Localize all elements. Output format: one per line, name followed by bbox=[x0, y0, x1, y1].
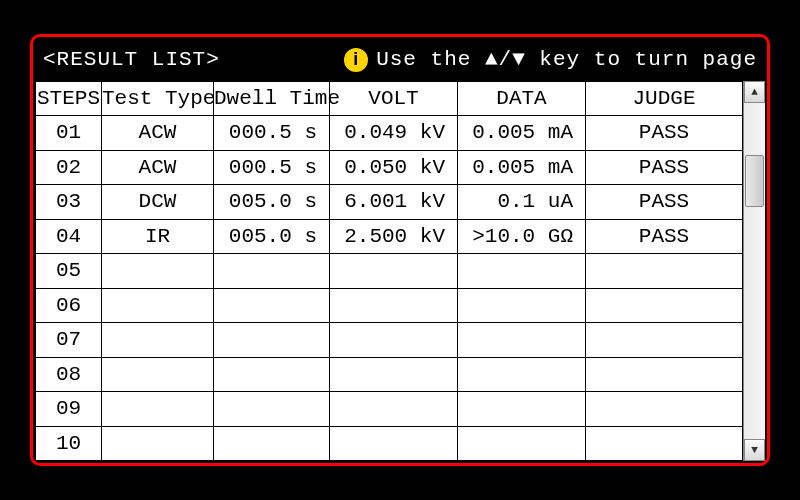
table-row[interactable]: 10 bbox=[36, 426, 743, 461]
cell-type bbox=[102, 323, 214, 358]
cell-volt bbox=[330, 288, 458, 323]
cell-step: 07 bbox=[36, 323, 102, 358]
col-volt: VOLT bbox=[330, 81, 458, 116]
scroll-up-button[interactable]: ▲ bbox=[744, 81, 765, 103]
cell-judge bbox=[586, 357, 743, 392]
body-area: STEPS Test Type Dwell Time VOLT DATA JUD… bbox=[35, 81, 765, 462]
cell-volt: 0.049 kV bbox=[330, 116, 458, 151]
cell-type: ACW bbox=[102, 150, 214, 185]
cell-type bbox=[102, 392, 214, 427]
cell-judge: PASS bbox=[586, 185, 743, 220]
cell-data bbox=[458, 392, 586, 427]
cell-data bbox=[458, 288, 586, 323]
cell-volt bbox=[330, 323, 458, 358]
cell-volt: 0.050 kV bbox=[330, 150, 458, 185]
cell-step: 03 bbox=[36, 185, 102, 220]
info-icon: i bbox=[344, 48, 368, 72]
cell-judge bbox=[586, 426, 743, 461]
cell-judge bbox=[586, 392, 743, 427]
cell-type bbox=[102, 357, 214, 392]
table-row[interactable]: 01ACW000.5 s0.049 kV0.005 mAPASS bbox=[36, 116, 743, 151]
cell-type: DCW bbox=[102, 185, 214, 220]
cell-data bbox=[458, 323, 586, 358]
cell-volt bbox=[330, 357, 458, 392]
cell-step: 06 bbox=[36, 288, 102, 323]
table-row[interactable]: 06 bbox=[36, 288, 743, 323]
cell-type bbox=[102, 426, 214, 461]
col-judge: JUDGE bbox=[586, 81, 743, 116]
cell-type: IR bbox=[102, 219, 214, 254]
col-type: Test Type bbox=[102, 81, 214, 116]
table-row[interactable]: 05 bbox=[36, 254, 743, 289]
cell-step: 01 bbox=[36, 116, 102, 151]
cell-type bbox=[102, 288, 214, 323]
cell-judge bbox=[586, 288, 743, 323]
cell-data: >10.0 GΩ bbox=[458, 219, 586, 254]
table-row[interactable]: 07 bbox=[36, 323, 743, 358]
cell-volt: 2.500 kV bbox=[330, 219, 458, 254]
cell-type: ACW bbox=[102, 116, 214, 151]
page-title: <RESULT LIST> bbox=[43, 48, 220, 71]
cell-volt bbox=[330, 254, 458, 289]
cell-step: 02 bbox=[36, 150, 102, 185]
cell-judge: PASS bbox=[586, 116, 743, 151]
col-steps: STEPS bbox=[36, 81, 102, 116]
cell-dwell bbox=[214, 357, 330, 392]
cell-dwell: 005.0 s bbox=[214, 219, 330, 254]
col-dwell: Dwell Time bbox=[214, 81, 330, 116]
table-row[interactable]: 09 bbox=[36, 392, 743, 427]
cell-volt bbox=[330, 392, 458, 427]
cell-step: 05 bbox=[36, 254, 102, 289]
result-table: STEPS Test Type Dwell Time VOLT DATA JUD… bbox=[35, 81, 743, 462]
cell-judge bbox=[586, 323, 743, 358]
table-header-row: STEPS Test Type Dwell Time VOLT DATA JUD… bbox=[36, 81, 743, 116]
cell-data bbox=[458, 357, 586, 392]
cell-data: 0.005 mA bbox=[458, 116, 586, 151]
cell-data: 0.1 uA bbox=[458, 185, 586, 220]
cell-dwell: 000.5 s bbox=[214, 116, 330, 151]
cell-step: 09 bbox=[36, 392, 102, 427]
cell-dwell bbox=[214, 392, 330, 427]
cell-data: 0.005 mA bbox=[458, 150, 586, 185]
cell-dwell bbox=[214, 254, 330, 289]
cell-volt: 6.001 kV bbox=[330, 185, 458, 220]
col-data: DATA bbox=[458, 81, 586, 116]
table-row[interactable]: 08 bbox=[36, 357, 743, 392]
cell-data bbox=[458, 254, 586, 289]
cell-dwell bbox=[214, 323, 330, 358]
cell-data bbox=[458, 426, 586, 461]
triangle-down-icon: ▼ bbox=[751, 444, 758, 456]
table-body: 01ACW000.5 s0.049 kV0.005 mAPASS02ACW000… bbox=[36, 116, 743, 461]
scroll-track[interactable] bbox=[744, 103, 765, 440]
header-bar: <RESULT LIST> i Use the ▲/▼ key to turn … bbox=[35, 39, 765, 81]
cell-dwell: 005.0 s bbox=[214, 185, 330, 220]
cell-judge bbox=[586, 254, 743, 289]
cell-step: 10 bbox=[36, 426, 102, 461]
result-list-panel: <RESULT LIST> i Use the ▲/▼ key to turn … bbox=[30, 34, 770, 466]
cell-dwell: 000.5 s bbox=[214, 150, 330, 185]
page-hint: Use the ▲/▼ key to turn page bbox=[376, 48, 757, 71]
cell-type bbox=[102, 254, 214, 289]
cell-judge: PASS bbox=[586, 150, 743, 185]
triangle-up-icon: ▲ bbox=[751, 86, 758, 98]
cell-step: 08 bbox=[36, 357, 102, 392]
cell-dwell bbox=[214, 288, 330, 323]
cell-step: 04 bbox=[36, 219, 102, 254]
table-row[interactable]: 02ACW000.5 s0.050 kV0.005 mAPASS bbox=[36, 150, 743, 185]
scroll-thumb[interactable] bbox=[745, 155, 764, 207]
table-row[interactable]: 03DCW005.0 s6.001 kV0.1 uAPASS bbox=[36, 185, 743, 220]
scrollbar[interactable]: ▲ ▼ bbox=[743, 81, 765, 462]
scroll-down-button[interactable]: ▼ bbox=[744, 439, 765, 461]
cell-judge: PASS bbox=[586, 219, 743, 254]
cell-dwell bbox=[214, 426, 330, 461]
table-row[interactable]: 04IR005.0 s2.500 kV>10.0 GΩPASS bbox=[36, 219, 743, 254]
cell-volt bbox=[330, 426, 458, 461]
